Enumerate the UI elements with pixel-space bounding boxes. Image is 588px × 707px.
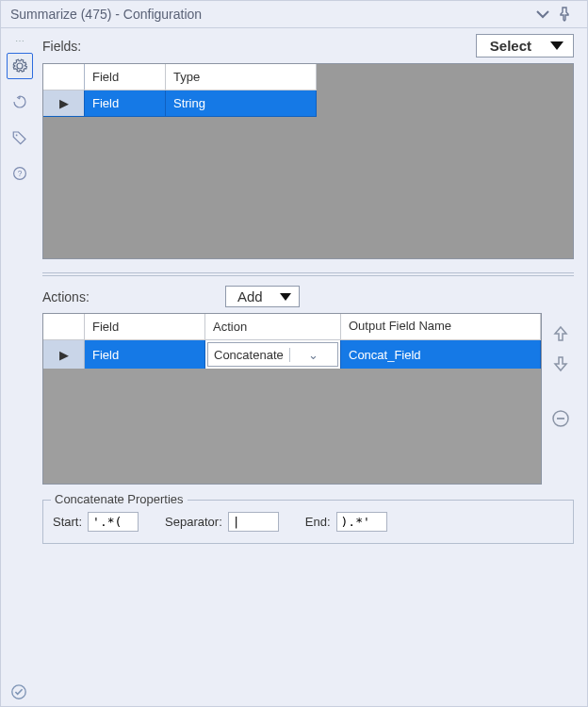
fields-label: Fields: — [42, 39, 466, 58]
actions-header-action[interactable]: Action — [205, 314, 341, 340]
section-divider — [42, 272, 574, 276]
concat-end-input[interactable] — [336, 512, 387, 532]
fields-select-label: Select — [490, 38, 531, 54]
actions-grid[interactable]: Field Action Output Field Name ▶ Field C… — [42, 313, 542, 485]
actions-add-label: Add — [237, 288, 263, 304]
concat-legend: Concatenate Properties — [51, 492, 188, 506]
fields-header-marker — [43, 64, 85, 90]
chevron-down-icon[interactable]: ⌄ — [289, 348, 337, 362]
concat-separator-label: Separator: — [165, 515, 222, 529]
status-ok-icon — [10, 683, 27, 700]
actions-cell-action[interactable]: Concatenate ⌄ — [205, 340, 341, 369]
svg-text:?: ? — [18, 170, 23, 178]
fields-header-field[interactable]: Field — [85, 64, 166, 90]
caret-down-icon — [550, 41, 564, 50]
svg-point-0 — [16, 134, 18, 136]
caret-down-icon — [280, 293, 291, 301]
panel-title: Summarize (475) - Configuration — [10, 7, 536, 22]
table-row[interactable]: ▶ Field String — [43, 90, 573, 117]
action-combobox[interactable]: Concatenate ⌄ — [207, 342, 338, 367]
actions-header-output[interactable]: Output Field Name — [341, 314, 541, 340]
fields-select-dropdown[interactable]: Select — [476, 34, 574, 58]
fields-grid[interactable]: Field Type ▶ Field String — [42, 63, 574, 259]
fields-cell-field[interactable]: Field — [85, 90, 166, 117]
actions-header-marker — [43, 314, 85, 340]
row-marker-icon: ▶ — [43, 90, 85, 117]
remove-button[interactable] — [549, 407, 572, 430]
concat-separator-input[interactable] — [228, 512, 279, 532]
tag-icon[interactable] — [7, 124, 33, 151]
help-icon[interactable]: ? — [7, 160, 33, 187]
actions-header-field[interactable]: Field — [85, 314, 205, 340]
collapse-icon[interactable] — [536, 9, 557, 19]
actions-label: Actions: — [42, 289, 203, 304]
fields-cell-type[interactable]: String — [166, 90, 317, 117]
fields-header-type[interactable]: Type — [166, 64, 317, 90]
concat-start-input[interactable] — [88, 512, 139, 532]
pin-icon[interactable] — [557, 7, 578, 22]
gear-icon[interactable] — [7, 53, 33, 79]
move-down-button[interactable] — [549, 353, 572, 375]
concat-end-label: End: — [305, 515, 331, 529]
actions-cell-output[interactable]: Concat_Field — [341, 340, 541, 369]
row-marker-icon: ▶ — [43, 340, 85, 369]
actions-add-dropdown[interactable]: Add — [225, 286, 300, 307]
actions-cell-field[interactable]: Field — [85, 340, 205, 369]
action-combobox-value: Concatenate — [208, 348, 289, 362]
move-up-button[interactable] — [549, 322, 572, 345]
concatenate-properties-group: Concatenate Properties Start: Separator:… — [42, 500, 574, 544]
table-row[interactable]: ▶ Field Concatenate ⌄ Concat_Field — [43, 340, 541, 369]
concat-start-label: Start: — [53, 515, 82, 529]
refresh-icon[interactable] — [7, 89, 33, 115]
drag-handle-icon: ⋯ — [15, 36, 25, 43]
